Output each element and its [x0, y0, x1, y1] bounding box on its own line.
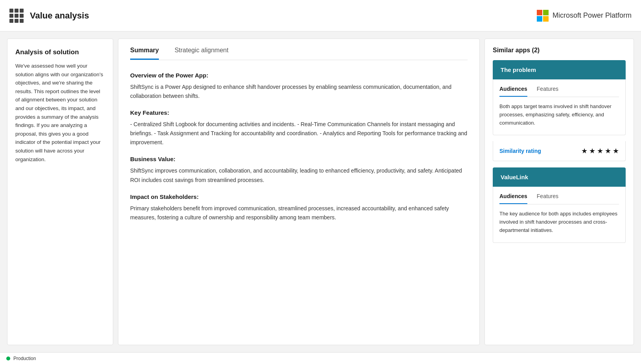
app-card-header-0: The problem: [493, 60, 626, 79]
card-tab-features-1[interactable]: Features: [537, 193, 558, 204]
card-tabs-0: Audiences Features: [499, 86, 619, 97]
app-header: Value analysis Microsoft Power Platform: [0, 0, 641, 31]
left-panel: Analysis of solution We've assessed how …: [7, 39, 113, 345]
center-panel: Summary Strategic alignment Overview of …: [118, 39, 480, 345]
tab-bar: Summary Strategic alignment: [130, 39, 468, 60]
main-content: Analysis of solution We've assessed how …: [0, 31, 641, 352]
status-bar: Production: [0, 352, 641, 364]
star-0-1: ★: [589, 147, 595, 155]
section-text-2: ShiftSync improves communication, collab…: [130, 166, 468, 184]
card-tabs-1: Audiences Features: [499, 193, 619, 204]
star-0-3: ★: [605, 147, 611, 155]
waffle-icon[interactable]: [9, 9, 24, 23]
similarity-row-0: Similarity rating ★ ★ ★ ★ ★: [493, 141, 626, 161]
card-tab-audiences-1[interactable]: Audiences: [499, 193, 527, 204]
section-text-1: - Centralized Shift Logbook for document…: [130, 120, 468, 147]
ms-squares-icon: [537, 10, 549, 22]
section-text-0: ShiftSync is a Power App designed to enh…: [130, 83, 468, 101]
tab-strategic-alignment[interactable]: Strategic alignment: [175, 47, 228, 60]
tab-summary[interactable]: Summary: [130, 47, 159, 60]
similarity-label-0: Similarity rating: [499, 148, 541, 154]
app-card-body-1: Audiences Features The key audience for …: [493, 187, 626, 243]
app-title: Value analysis: [30, 11, 89, 21]
status-dot: [6, 357, 10, 360]
header-left: Value analysis: [9, 9, 89, 23]
star-0-0: ★: [581, 147, 588, 155]
ms-platform-label: Microsoft Power Platform: [553, 11, 632, 20]
status-label: Production: [13, 356, 36, 361]
card-tab-features-0[interactable]: Features: [537, 86, 558, 97]
similar-apps-title: Similar apps (2): [493, 47, 634, 54]
analysis-text: We've assessed how well your solution al…: [15, 62, 105, 164]
star-0-4: ★: [613, 147, 619, 155]
app-card-body-0: Audiences Features Both apps target team…: [493, 79, 626, 135]
section-title-3: Impact on Stakeholders:: [130, 193, 468, 200]
analysis-title: Analysis of solution: [15, 48, 105, 56]
ms-logo: Microsoft Power Platform: [537, 10, 632, 22]
section-title-1: Key Features:: [130, 109, 468, 116]
app-card-1: ValueLink Audiences Features The key aud…: [493, 167, 626, 243]
right-panel: Similar apps (2) The problem Audiences F…: [484, 39, 634, 345]
app-card-header-1: ValueLink: [493, 167, 626, 187]
stars-0: ★ ★ ★ ★ ★: [581, 147, 619, 155]
app-card-0: The problem Audiences Features Both apps…: [493, 60, 626, 135]
card-tab-content-0: Both apps target teams involved in shift…: [499, 103, 619, 127]
card-tab-content-1: The key audience for both apps includes …: [499, 210, 619, 234]
card-tab-audiences-0[interactable]: Audiences: [499, 86, 527, 97]
star-0-2: ★: [597, 147, 603, 155]
section-title-2: Business Value:: [130, 156, 468, 162]
section-text-3: Primary stakeholders benefit from improv…: [130, 204, 468, 222]
section-title-0: Overview of the Power App:: [130, 72, 468, 79]
